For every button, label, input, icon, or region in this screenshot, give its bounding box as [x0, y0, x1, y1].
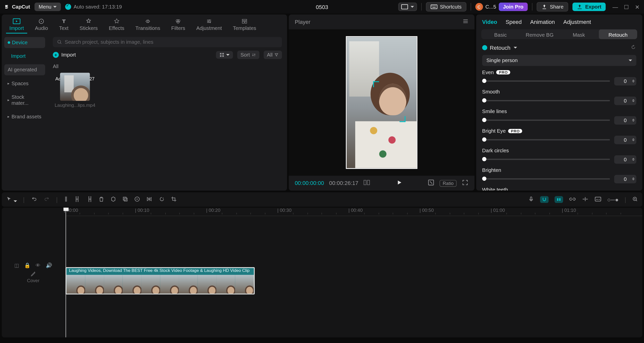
tool-tab-import[interactable]: Import — [6, 17, 27, 34]
magnetic-on-button[interactable] — [540, 196, 548, 203]
rotate-button[interactable] — [159, 196, 165, 203]
share-button[interactable]: Share — [537, 2, 568, 11]
selection-tool[interactable] — [6, 196, 17, 203]
sort-button[interactable]: Sort — [237, 51, 259, 59]
subtab-basic[interactable]: Basic — [481, 29, 519, 39]
copy-button[interactable] — [122, 196, 128, 203]
slider-value-input[interactable]: 0 — [614, 116, 636, 125]
maximize-button[interactable]: ☐ — [624, 4, 629, 10]
tool-tab-stickers[interactable]: Stickers — [76, 17, 101, 34]
value-stepper[interactable] — [632, 178, 635, 181]
delete-button[interactable] — [99, 196, 105, 203]
media-thumbnail[interactable]: Added 00:27 Laughing...lips.mp4 — [53, 73, 97, 108]
auto-snap-button[interactable] — [554, 196, 563, 203]
track-mute-button[interactable]: 🔊 — [46, 262, 52, 268]
filter-all-button[interactable]: All — [263, 51, 282, 59]
track-collapse-button[interactable]: ◫ — [14, 262, 19, 268]
slider-track[interactable] — [482, 139, 610, 140]
video-clip[interactable]: Laughing Videos, Download The BEST Free … — [66, 267, 255, 294]
subtab-retouch[interactable]: Retouch — [599, 29, 637, 39]
tab-video[interactable]: Video — [482, 19, 497, 25]
player-canvas[interactable] — [346, 36, 417, 169]
crop-button[interactable] — [171, 196, 177, 203]
import-chip[interactable]: + Import — [53, 52, 76, 58]
voiceover-button[interactable] — [528, 195, 534, 204]
tab-speed[interactable]: Speed — [506, 19, 522, 25]
export-button[interactable]: Export — [573, 3, 606, 11]
link-button[interactable] — [569, 196, 576, 203]
player-viewport[interactable] — [289, 29, 474, 176]
minimize-button[interactable]: — — [613, 4, 618, 10]
compare-button[interactable] — [364, 179, 370, 187]
menu-button[interactable]: Menu — [34, 3, 61, 11]
join-pro-button[interactable]: Join Pro — [499, 3, 528, 11]
subtab-mask[interactable]: Mask — [560, 29, 598, 39]
search-input[interactable]: Search project, subjects in image, lines — [53, 37, 282, 47]
slider-track[interactable] — [482, 159, 610, 160]
cover-button[interactable]: Cover — [27, 271, 39, 283]
sidebar-item-brand-assets[interactable]: Brand assets — [4, 111, 45, 122]
caption-toggle-button[interactable] — [594, 196, 601, 203]
track-visibility-button[interactable]: 👁 — [35, 262, 41, 268]
sidebar-item-import[interactable]: Import — [4, 51, 45, 62]
trim-left-button[interactable] — [75, 195, 81, 204]
player-menu-button[interactable] — [463, 19, 469, 25]
slider-value-input[interactable]: 0 — [614, 77, 636, 85]
project-title[interactable]: 0503 — [316, 4, 328, 10]
slider-thumb[interactable] — [482, 99, 487, 103]
tool-tab-templates[interactable]: Templates — [229, 17, 260, 34]
slider-value-input[interactable]: 0 — [614, 175, 636, 183]
tab-adjustment[interactable]: Adjustment — [563, 19, 591, 25]
person-select[interactable]: Single person — [482, 55, 636, 66]
trim-right-button[interactable] — [87, 195, 93, 204]
reverse-button[interactable] — [134, 196, 140, 203]
slider-thumb[interactable] — [482, 118, 487, 122]
sidebar-item-ai-generated[interactable]: AI generated — [4, 64, 45, 75]
play-button[interactable] — [396, 180, 402, 187]
zoom-fit-button[interactable] — [632, 196, 638, 203]
slider-thumb[interactable] — [482, 138, 487, 142]
view-grid-button[interactable] — [216, 51, 233, 59]
scale-button[interactable] — [428, 179, 434, 187]
sidebar-item-stock-material[interactable]: Stock mater... — [4, 91, 45, 109]
reset-button[interactable] — [630, 44, 636, 52]
value-stepper[interactable] — [632, 119, 635, 122]
preview-axis-button[interactable] — [582, 196, 588, 203]
mirror-button[interactable] — [146, 196, 153, 203]
value-stepper[interactable] — [632, 80, 635, 83]
shortcuts-button[interactable]: Shortcuts — [426, 2, 466, 11]
timeline-tracks[interactable]: Laughing Videos, Download The BEST Free … — [66, 217, 640, 335]
tool-tab-transitions[interactable]: Transitions — [132, 17, 164, 34]
tool-tab-filters[interactable]: Filters — [168, 17, 188, 34]
timeline-ruler[interactable]: | 00:00| 00:10| 00:20| 00:30| 00:40| 00:… — [66, 208, 642, 216]
undo-button[interactable] — [30, 196, 37, 203]
slider-value-input[interactable]: 0 — [614, 136, 636, 144]
value-stepper[interactable] — [632, 158, 635, 161]
tool-tab-text[interactable]: Text — [56, 17, 72, 34]
marker-button[interactable] — [110, 196, 116, 203]
sidebar-item-spaces[interactable]: Spaces — [4, 78, 45, 89]
ratio-button[interactable]: Ratio — [440, 180, 457, 186]
split-button[interactable] — [64, 195, 69, 204]
tool-tab-effects[interactable]: Effects — [105, 17, 128, 34]
section-retouch-header[interactable]: Retouch — [476, 39, 642, 53]
slider-track[interactable] — [482, 100, 610, 102]
subtab-remove-bg[interactable]: Remove BG — [520, 29, 559, 39]
fullscreen-button[interactable] — [462, 179, 468, 187]
slider-thumb[interactable] — [482, 177, 487, 181]
slider-track[interactable] — [482, 81, 610, 82]
track-lock-button[interactable]: 🔒 — [24, 262, 30, 268]
slider-value-input[interactable]: 0 — [614, 155, 636, 164]
tool-tab-adjustment[interactable]: Adjustment — [193, 17, 225, 34]
value-stepper[interactable] — [632, 99, 635, 102]
zoom-slider-handle[interactable]: ○─● — [607, 196, 619, 203]
tab-animation[interactable]: Animation — [530, 19, 555, 25]
slider-track[interactable] — [482, 120, 610, 121]
slider-track[interactable] — [482, 178, 610, 180]
value-stepper[interactable] — [632, 138, 635, 141]
close-button[interactable]: ✕ — [635, 4, 640, 10]
sidebar-item-device[interactable]: Device — [4, 37, 45, 48]
slider-value-input[interactable]: 0 — [614, 96, 636, 105]
playhead[interactable] — [66, 208, 66, 337]
tool-tab-audio[interactable]: Audio — [31, 17, 51, 34]
